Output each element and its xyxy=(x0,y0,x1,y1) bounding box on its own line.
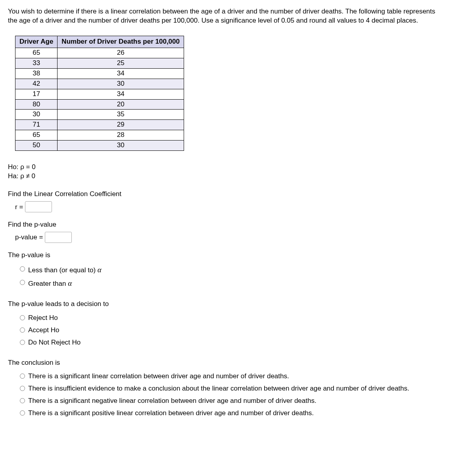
r-input[interactable] xyxy=(25,201,52,212)
table-header-age: Driver Age xyxy=(15,36,58,48)
question-r: Find the Linear Correlation Coefficient … xyxy=(8,190,468,212)
table-cell: 20 xyxy=(58,99,184,110)
decision-option: Reject Ho xyxy=(18,314,468,323)
table-cell: 33 xyxy=(15,58,58,68)
table-row: 4230 xyxy=(15,79,184,89)
decision-label: Accept Ho xyxy=(28,326,59,335)
decision-radio[interactable] xyxy=(20,315,25,320)
table-cell: 80 xyxy=(15,99,58,110)
conclusion-radio[interactable] xyxy=(20,386,25,391)
table-cell: 29 xyxy=(58,120,184,130)
pvalue-prompt: Find the p-value xyxy=(8,220,468,229)
decision-prompt: The p-value leads to a decision to xyxy=(8,300,468,309)
table-cell: 30 xyxy=(58,79,184,89)
conclusion-option: There is a significant positive linear c… xyxy=(18,409,468,418)
table-row: 8020 xyxy=(15,99,184,110)
compare-label: Less than (or equal to) α xyxy=(28,265,102,275)
conclusion-radio[interactable] xyxy=(20,374,25,379)
compare-label: Greater than α xyxy=(28,278,72,289)
conclusion-label: There is a significant positive linear c… xyxy=(28,409,314,418)
null-hypothesis: Ho: ρ = 0 xyxy=(8,163,468,172)
compare-radio[interactable] xyxy=(20,266,25,271)
table-cell: 71 xyxy=(15,120,58,130)
table-cell: 34 xyxy=(58,89,184,99)
table-row: 5030 xyxy=(15,141,184,151)
decision-option: Do Not Reject Ho xyxy=(18,338,468,347)
conclusion-option: There is insufficient evidence to make a… xyxy=(18,384,468,393)
r-label: r = xyxy=(15,203,23,212)
table-cell: 25 xyxy=(58,58,184,68)
table-row: 3834 xyxy=(15,68,184,79)
table-header-deaths: Number of Driver Deaths per 100,000 xyxy=(58,36,184,48)
alt-hypothesis: Ha: ρ ≠ 0 xyxy=(8,172,468,181)
data-table: Driver Age Number of Driver Deaths per 1… xyxy=(15,36,184,151)
conclusion-label: There is a significant negative linear c… xyxy=(28,397,317,406)
table-cell: 35 xyxy=(58,110,184,120)
r-prompt: Find the Linear Correlation Coefficient xyxy=(8,190,468,199)
conclusion-option: There is a significant negative linear c… xyxy=(18,397,468,406)
table-cell: 65 xyxy=(15,48,58,58)
decision-option: Accept Ho xyxy=(18,326,468,335)
table-row: 3035 xyxy=(15,110,184,120)
conclusion-option: There is a significant linear correlatio… xyxy=(18,372,468,381)
table-row: 6528 xyxy=(15,130,184,141)
question-decision: The p-value leads to a decision to Rejec… xyxy=(8,300,468,347)
table-row: 6526 xyxy=(15,48,184,58)
compare-radio[interactable] xyxy=(20,280,25,285)
question-pvalue: Find the p-value p-value = xyxy=(8,220,468,243)
conclusion-radio[interactable] xyxy=(20,410,25,416)
question-compare: The p-value is Less than (or equal to) α… xyxy=(8,251,468,289)
table-cell: 17 xyxy=(15,89,58,99)
table-cell: 42 xyxy=(15,79,58,89)
decision-label: Reject Ho xyxy=(28,314,58,323)
table-cell: 65 xyxy=(15,130,58,141)
decision-radio[interactable] xyxy=(20,327,25,333)
conclusion-label: There is insufficient evidence to make a… xyxy=(28,384,409,393)
hypotheses: Ho: ρ = 0 Ha: ρ ≠ 0 xyxy=(8,163,468,181)
compare-option: Greater than α xyxy=(18,278,468,289)
table-cell: 28 xyxy=(58,130,184,141)
conclusion-prompt: The conclusion is xyxy=(8,358,468,368)
table-cell: 30 xyxy=(15,110,58,120)
table-row: 1734 xyxy=(15,89,184,99)
table-row: 3325 xyxy=(15,58,184,68)
decision-label: Do Not Reject Ho xyxy=(28,338,81,347)
table-row: 7129 xyxy=(15,120,184,130)
conclusion-label: There is a significant linear correlatio… xyxy=(28,372,289,381)
table-cell: 38 xyxy=(15,68,58,79)
table-cell: 30 xyxy=(58,141,184,151)
table-cell: 50 xyxy=(15,141,58,151)
compare-option: Less than (or equal to) α xyxy=(18,265,468,275)
question-intro: You wish to determine if there is a line… xyxy=(8,7,444,25)
conclusion-radio[interactable] xyxy=(20,398,25,403)
question-conclusion: The conclusion is There is a significant… xyxy=(8,358,468,418)
table-cell: 34 xyxy=(58,68,184,79)
pvalue-label: p-value = xyxy=(15,233,43,242)
pvalue-input[interactable] xyxy=(45,232,72,243)
table-cell: 26 xyxy=(58,48,184,58)
compare-prompt: The p-value is xyxy=(8,251,468,260)
decision-radio[interactable] xyxy=(20,340,25,345)
